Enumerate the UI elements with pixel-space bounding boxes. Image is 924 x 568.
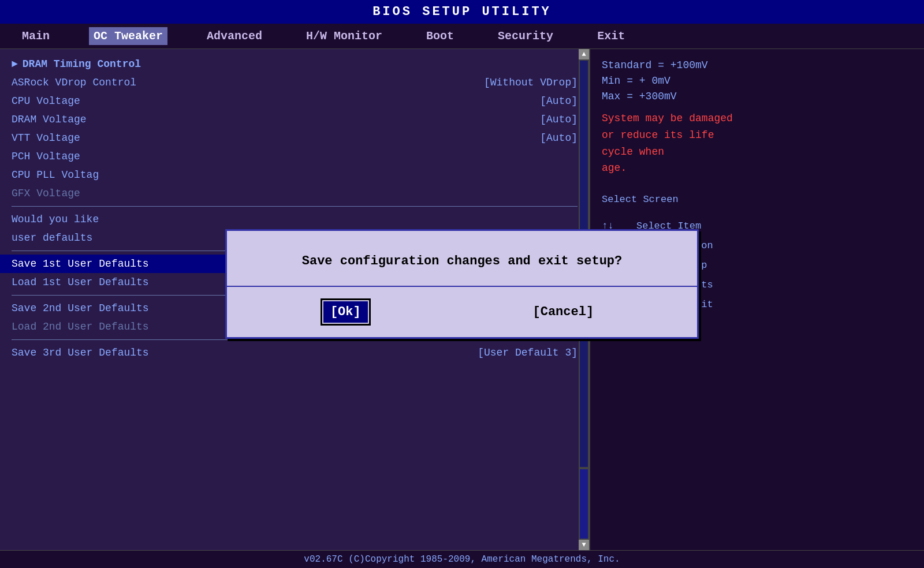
bios-screen: BIOS SETUP UTILITY Main OC Tweaker Advan… bbox=[0, 0, 924, 568]
dialog-box: Save configuration changes and exit setu… bbox=[225, 229, 699, 339]
dialog-ok-button[interactable]: [Ok] bbox=[323, 301, 368, 323]
dialog-overlay: Save configuration changes and exit setu… bbox=[0, 0, 924, 568]
dialog-cancel-button[interactable]: [Cancel] bbox=[526, 301, 601, 323]
dialog-question: Save configuration changes and exit setu… bbox=[227, 231, 697, 287]
dialog-buttons: [Ok] [Cancel] bbox=[227, 287, 697, 337]
